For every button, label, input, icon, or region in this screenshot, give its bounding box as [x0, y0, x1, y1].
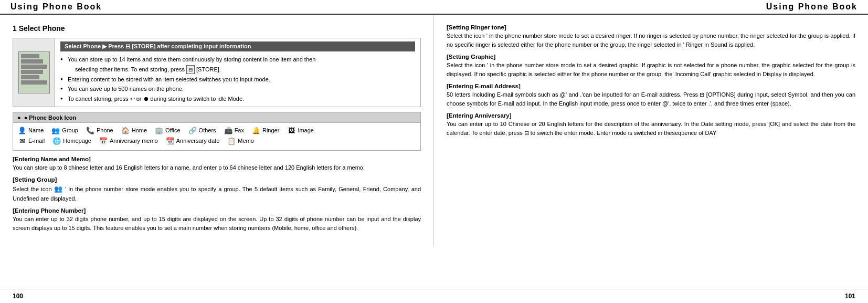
screen-line	[21, 54, 39, 58]
screen-line	[21, 65, 47, 69]
instruction-item: Entering content to be stored with an it…	[60, 75, 415, 85]
section-heading: [Entering Anniversary]	[447, 112, 855, 119]
header-title-left: Using Phone Book	[10, 2, 102, 12]
instruction-header: Select Phone ▶ Press ⊟ [STORE] after com…	[60, 41, 415, 51]
entering-email-section: [Entering E-mail Address] 50 letters inc…	[447, 83, 855, 108]
icon-label: Memo	[238, 138, 254, 144]
icon-anniversary-memo: 📅 Anniversary memo	[99, 137, 158, 145]
icon-label: Ringer	[262, 127, 279, 133]
entering-name-memo-section: [Entering Name and Memo] You can store u…	[13, 156, 421, 172]
icon-fax: 📠 Fax	[224, 126, 244, 134]
right-column: [Setting Ringer tone] Select the icon ' …	[434, 15, 868, 246]
icon-others: 🔗 Others	[188, 126, 216, 134]
phone-screen	[18, 51, 50, 93]
phonebook-icon-header: ● ● Phone Book Icon	[13, 113, 420, 123]
section-body: Select the icon ' in the phone number st…	[447, 32, 855, 49]
section-body: You can enter up to 10 Chinese or 20 Eng…	[447, 120, 855, 138]
instruction-item: selecting other items. To end storing, p…	[60, 65, 415, 75]
header-title-right: Using Phone Book	[766, 2, 858, 12]
icon-homepage: 🌐 Homepage	[52, 137, 91, 145]
phone-icon: 📞	[86, 126, 95, 134]
icon-row-1: 👤 Name 👥 Group 📞 Phone 🏠 Home	[17, 126, 416, 134]
icon-label: Home	[132, 127, 147, 133]
memo-icon: 📋	[227, 137, 236, 145]
phonebook-icon-title: ● Phone Book Icon	[24, 114, 77, 121]
name-icon: 👤	[17, 126, 27, 134]
left-column: 1 Select Phone Select Phone ▶ Press ⊟ [S…	[0, 15, 434, 246]
page-header: Using Phone Book Using Phone Book	[0, 0, 868, 15]
entering-phone-number-section: [Entering Phone Number] You can enter up…	[13, 207, 421, 233]
icon-office: 🏢 Office	[154, 126, 181, 134]
section-heading: [Entering Name and Memo]	[13, 156, 421, 162]
instruction-content: Select Phone ▶ Press ⊟ [STORE] after com…	[55, 38, 420, 107]
instruction-item: You can store up to 14 items and store t…	[60, 55, 415, 65]
icon-label: Image	[298, 127, 314, 133]
icon-group: 👥 Group	[51, 126, 78, 134]
anniversary-date-icon: 📆	[165, 137, 175, 145]
icon-label: Phone	[97, 127, 113, 133]
icon-label: Office	[165, 127, 181, 133]
icon-label: Anniversary date	[176, 138, 220, 144]
circle-bullet: ●	[17, 114, 21, 121]
icon-label: Name	[28, 127, 44, 133]
icon-label: Anniversary memo	[110, 138, 158, 144]
home-icon: 🏠	[121, 126, 130, 134]
section-heading: [Entering Phone Number]	[13, 207, 421, 214]
office-icon: 🏢	[154, 126, 164, 134]
main-content: 1 Select Phone Select Phone ▶ Press ⊟ [S…	[0, 15, 868, 246]
email-icon: ✉	[17, 137, 27, 145]
section-body: You can enter up to 32 digits phone numb…	[13, 215, 421, 233]
page-number-right: 101	[845, 292, 855, 300]
icon-row-2: ✉ E-mail 🌐 Homepage 📅 Anniversary memo 📆…	[17, 137, 416, 145]
instruction-item: To cancel storing, press ↩ or ⏺ during s…	[60, 94, 415, 104]
image-icon: 🖼	[287, 126, 296, 134]
icon-image: 🖼 Image	[287, 126, 314, 134]
icon-phone: 📞 Phone	[86, 126, 113, 134]
screen-line	[21, 59, 44, 64]
instruction-header-text: Select Phone ▶ Press ⊟ [STORE] after com…	[65, 43, 251, 49]
phonebook-icon-section: ● ● Phone Book Icon 👤 Name 👥 Group 📞	[13, 112, 421, 151]
icon-anniversary-date: 📆 Anniversary date	[165, 137, 220, 145]
icon-home: 🏠 Home	[121, 126, 147, 134]
section-heading: [Setting Group]	[13, 176, 421, 183]
icon-label: Homepage	[63, 138, 91, 144]
screen-line	[21, 80, 47, 85]
instruction-list: You can store up to 14 items and store t…	[60, 55, 415, 103]
screen-line	[21, 70, 44, 74]
section-body: 50 letters including E-mail symbols such…	[447, 90, 855, 108]
others-icon: 🔗	[188, 126, 197, 134]
icon-label: Others	[199, 127, 216, 133]
setting-graphic-section: [Setting Graphic] Select the icon ' in t…	[447, 54, 855, 79]
group-icon: 👥	[51, 126, 60, 134]
page-number-left: 100	[13, 292, 23, 300]
anniversary-memo-icon: 📅	[99, 137, 108, 145]
icon-memo: 📋 Memo	[227, 137, 254, 145]
ringer-icon: 🔔	[251, 126, 261, 134]
icon-email: ✉ E-mail	[17, 137, 45, 145]
section-heading: [Setting Graphic]	[447, 54, 855, 60]
section-heading: [Setting Ringer tone]	[447, 24, 855, 30]
instruction-box: Select Phone ▶ Press ⊟ [STORE] after com…	[13, 38, 421, 107]
icon-label: Group	[62, 127, 78, 133]
page-footer: 100 101	[0, 289, 868, 303]
entering-anniversary-section: [Entering Anniversary] You can enter up …	[447, 112, 855, 138]
icon-name: 👤 Name	[17, 126, 44, 134]
section-title: 1 Select Phone	[13, 24, 421, 33]
screen-line	[21, 75, 39, 79]
instruction-item: You can save up to 500 names on the phon…	[60, 84, 415, 94]
section-body: Select the icon 👥 ' in the phone number …	[13, 184, 421, 203]
setting-group-section: [Setting Group] Select the icon 👥 ' in t…	[13, 176, 421, 203]
fax-icon: 📠	[224, 126, 233, 134]
homepage-icon: 🌐	[52, 137, 61, 145]
icon-ringer: 🔔 Ringer	[251, 126, 279, 134]
icon-label: E-mail	[28, 138, 45, 144]
icon-grid: 👤 Name 👥 Group 📞 Phone 🏠 Home	[13, 123, 420, 150]
section-heading: [Entering E-mail Address]	[447, 83, 855, 89]
setting-ringer-section: [Setting Ringer tone] Select the icon ' …	[447, 24, 855, 49]
phone-image	[13, 38, 55, 107]
section-body: Select the icon ' in the phone number st…	[447, 61, 855, 79]
section-body: You can store up to 8 chinese letter and…	[13, 163, 421, 172]
icon-label: Fax	[235, 127, 244, 133]
